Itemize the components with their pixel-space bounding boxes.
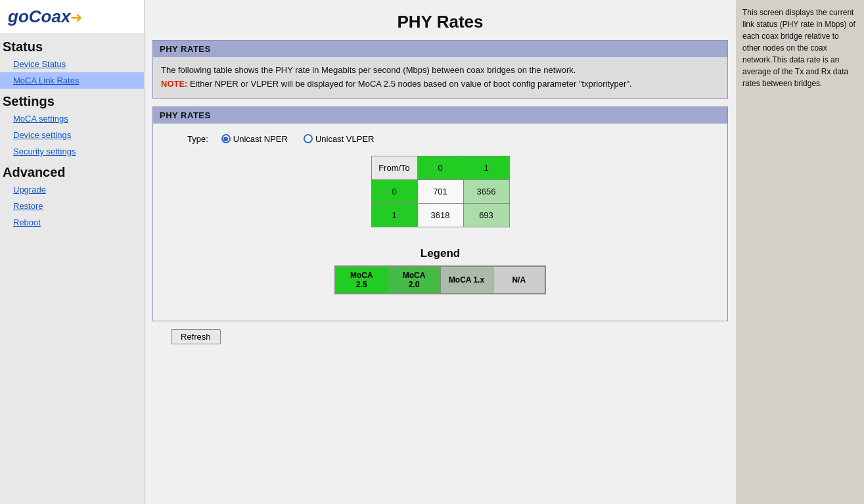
phy-table: From/To 0 1 0 701 3656 1 3618 693 — [371, 156, 510, 227]
row-1-val-1: 693 — [463, 203, 509, 227]
sidebar-item-device-settings[interactable]: Device settings — [0, 127, 144, 143]
sidebar-item-upgrade[interactable]: Upgrade — [0, 181, 144, 198]
radio-nper[interactable]: Unicast NPER — [221, 134, 288, 144]
radio-vlper-circle — [304, 134, 313, 143]
phy-rates-section-box: PHY RATES Type: Unicast NPER Unicast VLP… — [152, 106, 728, 321]
logo-text: goCoax — [8, 7, 70, 26]
row-0-val-1: 3656 — [463, 179, 509, 203]
radio-nper-circle — [221, 134, 231, 143]
legend-row: MoCA2.5 MoCA2.0 MoCA 1.x N/A — [335, 266, 545, 294]
page-title: PHY Rates — [145, 12, 736, 32]
info-section-header: PHY RATES — [153, 41, 727, 57]
legend-moca20: MoCA2.0 — [388, 266, 440, 294]
logo-area: goCoax➜ — [0, 0, 144, 34]
legend-title: Legend — [421, 247, 460, 260]
sidebar-item-reboot[interactable]: Reboot — [0, 214, 144, 231]
sidebar-item-restore[interactable]: Restore — [0, 198, 144, 214]
right-panel: This screen displays the current link st… — [736, 0, 864, 504]
logo-arrow: ➜ — [70, 9, 82, 26]
right-panel-text: This screen displays the current link st… — [742, 8, 855, 88]
type-row: Type: Unicast NPER Unicast VLPER — [161, 134, 719, 144]
phy-rates-section-header: PHY RATES — [153, 107, 727, 124]
radio-vlper-label: Unicast VLPER — [315, 134, 375, 144]
page-title-bar: PHY Rates — [145, 0, 736, 40]
row-1-val-0: 3618 — [417, 203, 463, 227]
legend-table: MoCA2.5 MoCA2.0 MoCA 1.x N/A — [334, 265, 546, 294]
row-0-val-0: 701 — [417, 179, 463, 203]
status-heading: Status — [0, 34, 144, 56]
sidebar-item-device-status[interactable]: Device Status — [0, 56, 144, 72]
sidebar-item-moca-settings[interactable]: MoCA settings — [0, 110, 144, 127]
header-node-0: 0 — [417, 156, 463, 179]
header-from-to: From/To — [371, 156, 417, 179]
table-row-0: 0 701 3656 — [371, 179, 509, 203]
refresh-row: Refresh — [145, 329, 736, 357]
row-0-node: 0 — [371, 179, 417, 203]
radio-nper-label: Unicast NPER — [233, 134, 288, 144]
phy-rates-content: Type: Unicast NPER Unicast VLPER From/To… — [153, 124, 727, 321]
refresh-button[interactable]: Refresh — [171, 329, 221, 344]
legend-moca25: MoCA2.5 — [335, 266, 388, 294]
legend-section: Legend MoCA2.5 MoCA2.0 MoCA 1.x N/A — [161, 247, 719, 294]
main-content: PHY Rates PHY RATES The following table … — [145, 0, 736, 504]
radio-vlper[interactable]: Unicast VLPER — [304, 134, 375, 144]
type-label: Type: — [187, 134, 208, 144]
phy-table-container: From/To 0 1 0 701 3656 1 3618 693 — [161, 156, 719, 227]
info-section-body: The following table shows the PHY rate i… — [153, 57, 727, 98]
note-label: NOTE: — [161, 79, 187, 89]
settings-heading: Settings — [0, 89, 144, 110]
header-node-1: 1 — [463, 156, 509, 179]
note-row: NOTE: Either NPER or VLPER will be displ… — [161, 78, 719, 91]
table-row-1: 1 3618 693 — [371, 203, 509, 227]
advanced-heading: Advanced — [0, 160, 144, 181]
legend-na: N/A — [493, 266, 545, 294]
description-text: The following table shows the PHY rate i… — [161, 64, 719, 78]
table-header-row: From/To 0 1 — [371, 156, 509, 179]
legend-moca1x: MoCA 1.x — [440, 266, 493, 294]
sidebar-item-moca-link-rates[interactable]: MoCA Link Rates — [0, 72, 144, 89]
sidebar-item-security-settings[interactable]: Security settings — [0, 143, 144, 160]
row-1-node: 1 — [371, 203, 417, 227]
info-section-box: PHY RATES The following table shows the … — [152, 40, 728, 99]
note-text: Either NPER or VLPER will be displayed f… — [187, 79, 631, 89]
sidebar: goCoax➜ Status Device Status MoCA Link R… — [0, 0, 145, 504]
